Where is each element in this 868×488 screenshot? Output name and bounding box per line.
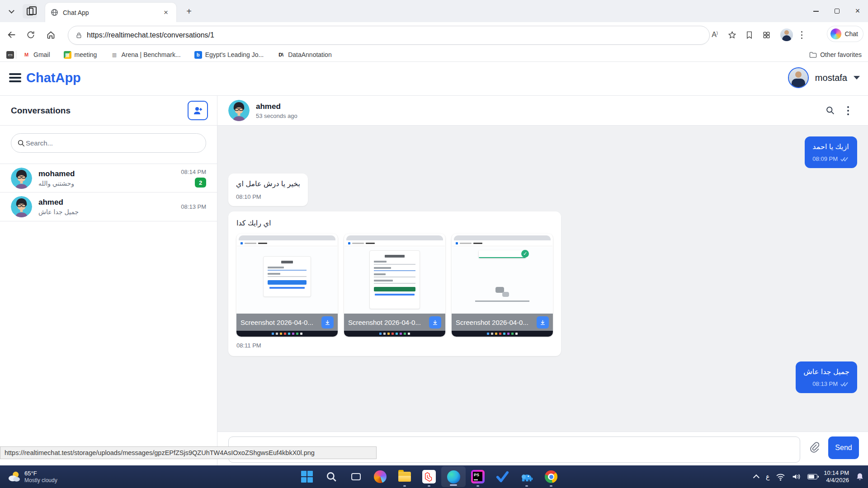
bookmark-icon-only[interactable]: ▭ xyxy=(6,51,14,59)
copilot-icon xyxy=(830,28,841,39)
attachment-filebar: Screenshot 2026-04-0... xyxy=(236,314,338,331)
attachment-filebar: Screenshot 2026-04-0... xyxy=(452,314,553,331)
chat-partner-name: ahmed xyxy=(256,102,821,111)
copilot-icon xyxy=(374,470,387,483)
conversation-side: 08:14 PM 2 xyxy=(181,169,206,188)
system-tray: ع 10:14 PM 4/4/2026 xyxy=(755,465,864,488)
user-menu[interactable]: mostafa xyxy=(788,67,860,88)
new-tab-button[interactable]: + xyxy=(183,5,195,17)
favorites-list-button[interactable] xyxy=(741,27,757,42)
bookmark-egypt-jobs[interactable]: b Egypt's Leading Jo... xyxy=(194,51,264,59)
conversation-item-mohamed[interactable]: mohamed وحشتني والله 08:14 PM 2 xyxy=(0,164,217,192)
bookmark-label: Gmail xyxy=(33,51,50,58)
send-button[interactable]: Send xyxy=(828,436,859,459)
bookmark-gmail[interactable]: M Gmail xyxy=(23,51,50,59)
checkmark-icon xyxy=(495,470,509,483)
workspaces-icon xyxy=(27,8,33,15)
conversation-meta: mohamed وحشتني والله xyxy=(38,169,181,187)
apps-grid-button[interactable] xyxy=(759,27,774,42)
copilot-label: Chat xyxy=(844,30,858,38)
home-button[interactable] xyxy=(43,28,58,42)
taskbar-clock[interactable]: 10:14 PM 4/4/2026 xyxy=(824,469,849,484)
bookmark-arena[interactable]: ▥ Arena | Benchmark... xyxy=(110,51,180,59)
start-button[interactable] xyxy=(295,465,319,488)
refresh-button[interactable] xyxy=(24,28,38,42)
battery-icon[interactable] xyxy=(807,474,817,479)
chrome-browser-button[interactable] xyxy=(539,465,563,488)
download-button[interactable] xyxy=(429,316,441,328)
tab-actions-menu-button[interactable] xyxy=(5,5,18,18)
laravel-app-button[interactable] xyxy=(417,465,441,488)
new-conversation-button[interactable] xyxy=(188,101,208,120)
read-aloud-button[interactable]: A) xyxy=(707,27,722,42)
folder-icon xyxy=(809,52,817,58)
message-time: 08:10 PM xyxy=(236,193,300,200)
settings-more-button[interactable] xyxy=(794,27,809,42)
chat-search-button[interactable] xyxy=(821,102,839,120)
attach-file-button[interactable] xyxy=(807,436,821,458)
weather-widget[interactable]: 65°F Mostly cloudy xyxy=(4,465,61,488)
chat-options-button[interactable] xyxy=(839,102,857,120)
bookmark-meeting[interactable]: ▦ meeting xyxy=(64,51,97,59)
notification-bell-icon[interactable] xyxy=(855,472,864,481)
copilot-chat-button[interactable]: Chat xyxy=(827,26,863,42)
check-app-button[interactable] xyxy=(490,465,514,488)
download-button[interactable] xyxy=(537,316,549,328)
chevron-down-icon xyxy=(9,8,14,14)
attachment-image-empty-chat[interactable]: ✓ Screenshot 2026-04-0... xyxy=(452,234,553,337)
attachment-image-login[interactable]: Screenshot 2026-04-0... xyxy=(236,234,338,337)
other-favorites-button[interactable]: Other favorites xyxy=(809,51,862,58)
language-indicator[interactable]: ع xyxy=(766,473,769,480)
search-container xyxy=(0,126,217,159)
minimize-icon xyxy=(813,11,819,12)
download-button[interactable] xyxy=(321,316,334,328)
maximize-button[interactable] xyxy=(826,0,847,22)
taskbar-search-button[interactable] xyxy=(319,465,344,488)
task-view-button[interactable] xyxy=(344,465,368,488)
volume-icon[interactable] xyxy=(792,473,801,481)
menu-toggle-button[interactable] xyxy=(9,73,21,84)
favorites-list-icon xyxy=(745,31,754,39)
tab-close-button[interactable]: × xyxy=(161,8,171,18)
browser-tab[interactable]: Chat App × xyxy=(45,3,176,22)
search-input[interactable] xyxy=(11,133,206,153)
search-icon xyxy=(826,106,835,115)
close-button[interactable]: × xyxy=(847,0,868,22)
attachments-row: Screenshot 2026-04-0... xyxy=(236,234,553,337)
browser-profile-button[interactable] xyxy=(780,28,793,41)
app-header: ChatApp mostafa xyxy=(0,62,868,96)
bookmark-label: Egypt's Leading Jo... xyxy=(205,51,264,58)
file-explorer-button[interactable] xyxy=(392,465,417,488)
attachment-filename: Screenshot 2026-04-0... xyxy=(348,319,429,326)
file-explorer-icon xyxy=(398,472,411,482)
conversation-preview: وحشتني والله xyxy=(38,180,74,187)
minimize-button[interactable] xyxy=(806,0,826,22)
wifi-icon[interactable] xyxy=(776,473,785,481)
attachment-image-register[interactable]: Screenshot 2026-04-0... xyxy=(344,234,445,337)
favorite-star-button[interactable] xyxy=(724,27,740,42)
phpstorm-icon: PS xyxy=(471,470,485,483)
back-button[interactable] xyxy=(5,28,19,42)
conversations-sidebar: Conversations mohamed وحشتني والله 08:14… xyxy=(0,96,217,465)
user-name: mostafa xyxy=(815,73,847,83)
elephant-app-button[interactable] xyxy=(514,465,539,488)
address-bar[interactable]: https://realtimechat.test/conversations/… xyxy=(68,26,710,45)
bookmark-site-icon: ▭ xyxy=(6,51,14,59)
download-icon xyxy=(432,319,438,325)
attachment-filebar: Screenshot 2026-04-0... xyxy=(344,314,445,331)
message-outgoing: جميل جدا عاش 08:13 PM xyxy=(228,361,857,393)
app-logo[interactable]: ChatApp xyxy=(26,70,81,85)
taskbar-icons: PS xyxy=(295,465,563,488)
workspaces-button[interactable] xyxy=(23,4,37,19)
phpstorm-button[interactable]: PS xyxy=(466,465,490,488)
tray-chevron-up-icon[interactable] xyxy=(753,474,760,481)
conversation-item-ahmed[interactable]: ahmed جميل جدا عاش 08:13 PM xyxy=(0,192,217,221)
message-time: 08:11 PM xyxy=(236,342,553,349)
copilot-app-button[interactable] xyxy=(368,465,392,488)
bookmark-dataannotation[interactable]: D\ DataAnnotation xyxy=(277,51,332,59)
message-time: 08:09 PM xyxy=(812,155,838,162)
messages-list[interactable]: ازيك يا احمد 08:09 PM بخير يا درش عامل ا… xyxy=(217,126,868,432)
edge-browser-button[interactable] xyxy=(441,466,466,487)
weather-temp: 65°F xyxy=(24,470,57,477)
message-incoming-attachments: اي رايك كدا xyxy=(228,211,857,356)
